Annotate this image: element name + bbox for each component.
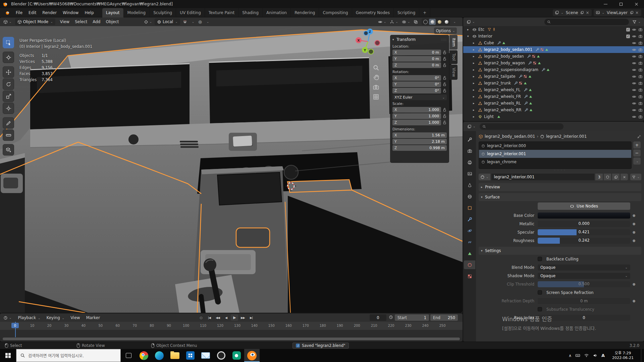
- render-visibility-icon[interactable]: [638, 27, 643, 32]
- new-scene-icon[interactable]: [580, 11, 584, 14]
- hide-eye-icon[interactable]: [632, 115, 636, 119]
- hide-eye-icon[interactable]: [632, 95, 636, 99]
- properties-tab-render[interactable]: [464, 146, 475, 155]
- viewport-menu-add[interactable]: Add: [90, 18, 103, 25]
- frame-end-field[interactable]: End250: [430, 314, 458, 321]
- properties-tab-constraints[interactable]: [464, 238, 475, 246]
- menu-file[interactable]: File: [13, 9, 25, 16]
- lock-icon[interactable]: [442, 108, 447, 112]
- shading-dropdown[interactable]: ⌄: [451, 19, 457, 24]
- transform-z-field[interactable]: Z0 m: [392, 62, 441, 68]
- outliner-row[interactable]: ▸ Light: [463, 113, 644, 120]
- outliner-row[interactable]: ▸ legran2_body_sedan: [463, 53, 644, 60]
- sidebar-tab-view[interactable]: View: [449, 65, 458, 80]
- transform-y-field[interactable]: Y0°: [392, 81, 441, 87]
- properties-tab-data[interactable]: [464, 249, 475, 258]
- sidebar-tab-tool[interactable]: Tool: [449, 50, 458, 64]
- resize-grip[interactable]: · · · ·: [479, 169, 641, 172]
- shadow-mode-dropdown[interactable]: Opaque⌄: [538, 273, 630, 279]
- expand-arrow[interactable]: ▸: [473, 88, 477, 92]
- outliner-row[interactable]: ▸ legran2_wheels_RL: [463, 100, 644, 107]
- taskbar-app-explorer[interactable]: [167, 349, 182, 362]
- unlink-material-icon[interactable]: [621, 174, 628, 180]
- outliner-row[interactable]: ▾ Interior ✓: [463, 33, 644, 40]
- taskbar-app-chrome[interactable]: [136, 349, 152, 362]
- hide-eye-icon[interactable]: [632, 61, 636, 65]
- refraction-depth-field[interactable]: 0 m: [538, 298, 630, 304]
- timeline-menu-view[interactable]: View: [67, 314, 83, 321]
- workspace-tab-animation[interactable]: Animation: [263, 8, 291, 17]
- pass-index-field[interactable]: 0: [538, 315, 630, 321]
- start-button[interactable]: [0, 349, 16, 362]
- tool-select-box[interactable]: [3, 37, 14, 48]
- metallic-slider[interactable]: 0.000: [538, 221, 630, 227]
- play-button[interactable]: ▶: [231, 314, 238, 321]
- tool-move[interactable]: [3, 66, 14, 78]
- outliner-row[interactable]: ▸ legran2_wheels_RR: [463, 107, 644, 113]
- next-keyframe-button[interactable]: ▶▶: [239, 314, 247, 321]
- stopwatch-icon[interactable]: [389, 315, 393, 319]
- hide-eye-icon[interactable]: [632, 101, 636, 106]
- render-visibility-icon[interactable]: [638, 41, 643, 45]
- unlink-scene-icon[interactable]: ×: [585, 10, 590, 15]
- jump-to-start-button[interactable]: |◀: [206, 314, 213, 321]
- transform-x-field[interactable]: X1.56 m: [392, 132, 447, 138]
- outliner-row[interactable]: ▸ legran2_wheels_FR: [463, 93, 644, 100]
- timeline-scrollbar[interactable]: [3, 338, 460, 340]
- animate-dot-icon[interactable]: ●: [630, 214, 638, 217]
- outliner-row[interactable]: ▸ legran2_suspensiondiagram: [463, 66, 644, 73]
- hidden-icons-button[interactable]: ∧: [569, 353, 572, 358]
- outliner-row[interactable]: ▸ legran2_tailgate: [463, 73, 644, 80]
- timeline-menu-marker[interactable]: Marker: [83, 314, 103, 321]
- taskbar-app-ring[interactable]: [213, 349, 229, 362]
- xray-toggle[interactable]: [412, 19, 419, 25]
- backface-culling-checkbox[interactable]: [538, 257, 542, 261]
- preview-panel-header[interactable]: ▸Preview: [479, 183, 641, 191]
- transform-z-field[interactable]: Z0.998 m: [392, 145, 447, 151]
- minimize-button[interactable]: [598, 0, 613, 8]
- animate-dot-icon[interactable]: ●: [630, 299, 638, 303]
- menu-help[interactable]: Help: [82, 9, 97, 16]
- shading-material-button[interactable]: [436, 19, 443, 25]
- render-visibility-icon[interactable]: [638, 54, 643, 59]
- lock-icon[interactable]: [442, 120, 447, 125]
- render-visibility-icon[interactable]: [638, 68, 643, 72]
- jump-to-end-button[interactable]: ▶|: [248, 314, 255, 321]
- collection-checkbox[interactable]: ✓: [626, 35, 630, 38]
- current-frame-field[interactable]: 0: [370, 314, 386, 321]
- menu-edit[interactable]: Edit: [25, 9, 39, 16]
- shading-solid-button[interactable]: [429, 19, 436, 25]
- fake-user-shield-icon[interactable]: [604, 174, 611, 180]
- properties-tab-material[interactable]: [464, 260, 475, 269]
- render-visibility-icon[interactable]: [638, 81, 643, 85]
- expand-arrow[interactable]: ▸: [473, 102, 477, 105]
- lock-icon[interactable]: [442, 63, 447, 67]
- outliner-row[interactable]: ▸ legran2_wheels_FL: [463, 86, 644, 93]
- blend-mode-dropdown[interactable]: Opaque⌄: [538, 264, 630, 270]
- taskbar-clock[interactable]: 오후 7:29 2022-06-21: [608, 351, 637, 360]
- workspace-tab-geometry-nodes[interactable]: Geometry Nodes: [352, 8, 394, 17]
- transform-x-field[interactable]: X1.000: [392, 107, 441, 113]
- lock-icon[interactable]: [442, 76, 447, 80]
- viewport-menu-view[interactable]: View: [57, 18, 72, 25]
- surface-panel-header[interactable]: ▾Surface: [479, 193, 641, 201]
- zoom-icon[interactable]: [373, 64, 379, 71]
- material-name-field[interactable]: legran2_interior.001: [491, 174, 595, 180]
- remove-viewlayer-icon[interactable]: ×: [635, 10, 639, 15]
- lock-icon[interactable]: [442, 50, 447, 55]
- expand-arrow[interactable]: ▾: [467, 35, 471, 38]
- material-filter-button[interactable]: ⌄: [630, 174, 641, 180]
- workspace-tab-compositing[interactable]: Compositing: [319, 8, 352, 17]
- outliner-row[interactable]: ▸ legran2_body_sedan.001: [463, 46, 644, 53]
- workspace-tab-rendering[interactable]: Rendering: [291, 8, 319, 17]
- workspace-tab-modeling[interactable]: Modeling: [124, 8, 150, 17]
- render-visibility-icon[interactable]: [638, 34, 643, 39]
- menu-window[interactable]: Window: [60, 9, 82, 16]
- volume-icon[interactable]: [593, 353, 598, 358]
- properties-tab-object[interactable]: [464, 203, 475, 212]
- workspace-tab-layout[interactable]: Layout: [102, 8, 124, 17]
- expand-arrow[interactable]: ▸: [473, 81, 477, 85]
- specular-slider[interactable]: 0.421: [538, 229, 630, 235]
- clip-threshold-slider[interactable]: 0.500: [538, 281, 630, 287]
- tool-rotate[interactable]: [3, 78, 14, 90]
